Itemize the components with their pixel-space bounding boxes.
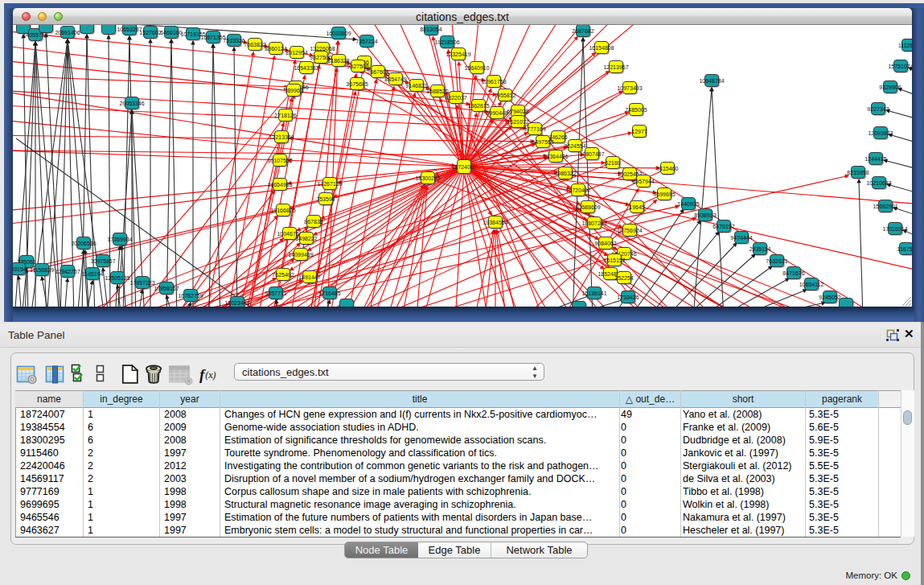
- svg-text:1244415: 1244415: [864, 156, 886, 162]
- svg-text:8322037: 8322037: [445, 95, 466, 101]
- svg-text:10807487: 10807487: [579, 151, 604, 157]
- svg-text:62160: 62160: [605, 160, 621, 166]
- svg-text:12977: 12977: [631, 129, 647, 134]
- svg-text:19958167: 19958167: [154, 286, 179, 291]
- svg-text:16782759: 16782759: [178, 293, 203, 299]
- svg-text:16671355: 16671355: [200, 35, 225, 40]
- svg-text:14099489: 14099489: [288, 252, 313, 257]
- svg-text:9245052: 9245052: [819, 295, 840, 300]
- svg-text:12505135: 12505135: [105, 275, 129, 281]
- svg-text:9327508: 9327508: [347, 64, 368, 69]
- svg-text:3624554: 3624554: [564, 143, 585, 149]
- svg-text:7485005: 7485005: [625, 107, 647, 113]
- svg-text:1440935: 1440935: [677, 201, 699, 207]
- svg-text:7663822: 7663822: [244, 42, 265, 47]
- svg-text:3675685: 3675685: [346, 81, 368, 87]
- svg-text:6479197: 6479197: [713, 224, 734, 229]
- svg-text:39154: 39154: [13, 266, 27, 272]
- svg-text:12213967: 12213967: [603, 64, 628, 70]
- svg-text:19166825: 19166825: [270, 208, 295, 213]
- svg-text:9329906: 9329906: [879, 84, 901, 90]
- svg-text:2718126: 2718126: [274, 113, 296, 118]
- svg-text:2867608: 2867608: [367, 69, 388, 75]
- svg-text:8938913: 8938913: [694, 212, 716, 218]
- svg-text:3498222: 3498222: [295, 236, 317, 241]
- svg-text:18724007: 18724007: [451, 164, 476, 170]
- svg-text:8912954: 8912954: [285, 50, 307, 56]
- svg-text:9857771: 9857771: [265, 290, 286, 296]
- svg-text:6497568: 6497568: [532, 139, 553, 145]
- svg-text:10756924: 10756924: [617, 228, 642, 233]
- svg-text:2935114: 2935114: [749, 246, 771, 252]
- svg-text:7955812: 7955812: [494, 93, 515, 98]
- svg-text:7632621: 7632621: [766, 258, 787, 264]
- svg-text:20691406: 20691406: [55, 30, 80, 35]
- svg-text:10973493: 10973493: [617, 85, 642, 91]
- svg-text:252254: 252254: [614, 275, 633, 281]
- svg-text:8957944: 8957944: [632, 179, 654, 184]
- svg-text:12093872: 12093872: [868, 130, 893, 136]
- svg-text:11156829: 11156829: [30, 267, 54, 273]
- svg-text:19218506: 19218506: [434, 39, 459, 45]
- svg-text:12325419: 12325419: [446, 51, 470, 57]
- svg-text:12023446: 12023446: [224, 300, 249, 306]
- svg-text:9227343: 9227343: [867, 106, 889, 112]
- svg-text:15692901: 15692901: [873, 204, 897, 209]
- svg-text:20206536: 20206536: [71, 241, 96, 246]
- svg-text:6794028: 6794028: [507, 109, 528, 114]
- svg-text:16136141: 16136141: [581, 290, 606, 296]
- svg-text:10961758: 10961758: [481, 79, 506, 84]
- svg-text:1362615: 1362615: [467, 103, 489, 109]
- svg-text:6466160: 6466160: [160, 30, 182, 35]
- svg-text:7357224: 7357224: [355, 39, 377, 44]
- svg-text:10648784: 10648784: [699, 78, 724, 84]
- svg-text:17016514: 17016514: [882, 226, 907, 232]
- svg-text:1145194: 1145194: [82, 271, 104, 277]
- svg-text:10654112: 10654112: [799, 282, 824, 287]
- svg-text:867835: 867835: [304, 219, 322, 225]
- svg-text:1112634: 1112634: [898, 43, 912, 48]
- svg-text:16543382: 16543382: [294, 65, 318, 71]
- svg-text:(x): (x): [205, 369, 216, 381]
- svg-text:9716485: 9716485: [318, 290, 340, 296]
- svg-text:19654985: 19654985: [267, 182, 292, 187]
- svg-text:1733426: 1733426: [617, 295, 639, 300]
- svg-text:8186328: 8186328: [327, 58, 349, 64]
- svg-text:13226058: 13226058: [310, 46, 335, 51]
- svg-text:19645: 19645: [629, 204, 645, 210]
- svg-text:989963: 989963: [284, 88, 302, 93]
- svg-text:18807249: 18807249: [581, 220, 606, 226]
- svg-text:13267130: 13267130: [317, 181, 342, 187]
- svg-text:10210643: 10210643: [866, 180, 891, 186]
- svg-text:7515526: 7515526: [223, 38, 244, 43]
- svg-text:19384554: 19384554: [483, 220, 507, 225]
- svg-text:17957223: 17957223: [129, 280, 154, 286]
- svg-text:9699695: 9699695: [653, 192, 675, 197]
- svg-text:21364436: 21364436: [543, 154, 568, 159]
- svg-text:1588520: 1588520: [426, 89, 448, 94]
- svg-text:30975867: 30975867: [90, 258, 115, 264]
- svg-text:15720407: 15720407: [565, 187, 590, 193]
- svg-text:18300295: 18300295: [415, 175, 440, 181]
- svg-text:10688609: 10688609: [575, 204, 600, 210]
- svg-text:1615152: 1615152: [603, 257, 625, 263]
- svg-text:16154808: 16154808: [589, 45, 614, 51]
- svg-text:10107552: 10107552: [267, 158, 292, 163]
- svg-text:15751074: 15751074: [888, 64, 912, 69]
- svg-text:9474444: 9474444: [730, 235, 752, 241]
- svg-text:8860124: 8860124: [265, 46, 286, 51]
- svg-text:8990448: 8990448: [486, 110, 507, 116]
- svg-text:9777169: 9777169: [524, 126, 545, 132]
- svg-text:8215958: 8215958: [847, 170, 869, 175]
- svg-text:753594: 753594: [316, 196, 335, 202]
- svg-text:1527602: 1527602: [139, 30, 161, 35]
- svg-text:10653287: 10653287: [117, 27, 142, 32]
- svg-text:29053346: 29053346: [119, 101, 144, 106]
- svg-text:116753: 116753: [897, 246, 912, 252]
- svg-text:9115460: 9115460: [657, 166, 679, 171]
- svg-text:15640910: 15640910: [464, 65, 489, 71]
- svg-text:8471676: 8471676: [782, 270, 804, 276]
- svg-text:7625402: 7625402: [272, 272, 294, 278]
- svg-text:7986322: 7986322: [554, 171, 576, 176]
- svg-text:8813054: 8813054: [420, 27, 441, 32]
